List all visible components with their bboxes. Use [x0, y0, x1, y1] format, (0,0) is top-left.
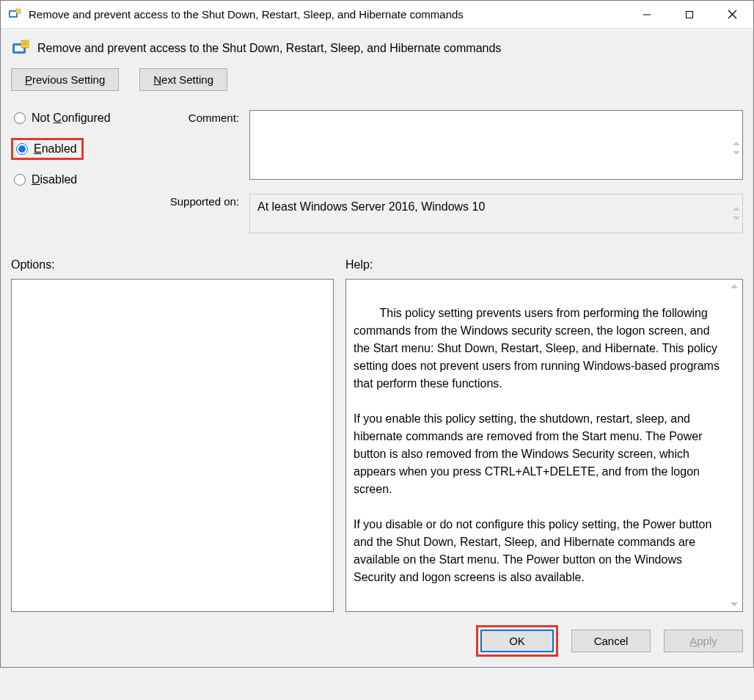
chevron-down-icon: [733, 151, 740, 155]
policy-header: Remove and prevent access to the Shut Do…: [11, 29, 743, 68]
help-text: This policy setting prevents users from …: [354, 307, 722, 583]
state-radio-group: Not Configured Not Configured Enabled En…: [11, 110, 147, 186]
minimize-button[interactable]: [626, 1, 668, 29]
comment-textarea[interactable]: [249, 110, 743, 180]
title-bar: Remove and prevent access to the Shut Do…: [1, 1, 753, 29]
svg-rect-4: [687, 11, 693, 18]
panes: This policy setting prevents users from …: [11, 279, 743, 612]
supported-label: Supported on:: [147, 194, 249, 233]
maximize-button[interactable]: [668, 1, 711, 29]
apply-button[interactable]: Apply Apply: [664, 630, 743, 652]
radio-disabled[interactable]: Disabled Disabled: [11, 173, 147, 186]
chevron-down-icon: [733, 216, 740, 220]
radio-enabled[interactable]: Enabled Enabled: [13, 142, 77, 156]
previous-setting-button[interactable]: PPrevious Settingrevious Setting: [11, 68, 119, 91]
svg-rect-2: [16, 9, 21, 13]
enabled-highlight: Enabled Enabled: [11, 138, 84, 160]
policy-icon: [11, 39, 30, 58]
svg-rect-1: [10, 12, 16, 16]
supported-scroll[interactable]: [733, 207, 740, 220]
options-pane: [11, 279, 334, 612]
close-button[interactable]: [711, 1, 753, 29]
window-title: Remove and prevent access to the Shut Do…: [29, 8, 464, 21]
ok-highlight: OK: [476, 625, 558, 657]
radio-disabled-input[interactable]: [14, 174, 26, 186]
state-area: Not Configured Not Configured Enabled En…: [11, 110, 743, 233]
help-pane: This policy setting prevents users from …: [345, 279, 743, 612]
dialog-footer: OK Cancel Apply Apply: [11, 625, 743, 657]
chevron-down-icon: [731, 602, 738, 607]
policy-title: Remove and prevent access to the Shut Do…: [37, 42, 501, 55]
next-setting-button[interactable]: NNext Settingext Setting: [139, 68, 227, 91]
svg-rect-9: [21, 40, 29, 48]
dialog-window: Remove and prevent access to the Shut Do…: [0, 0, 754, 668]
chevron-up-icon: [731, 284, 738, 288]
help-scrollbar[interactable]: [728, 280, 741, 611]
radio-not-configured-input[interactable]: [14, 112, 26, 124]
dialog-client: Remove and prevent access to the Shut Do…: [1, 29, 753, 667]
section-labels: Options: Help:: [11, 258, 743, 271]
comment-scroll[interactable]: [733, 142, 740, 155]
radio-not-configured[interactable]: Not Configured Not Configured: [11, 112, 147, 125]
chevron-up-icon: [733, 142, 740, 145]
help-label: Help:: [345, 258, 743, 271]
comment-label: Comment:: [147, 110, 249, 186]
nav-buttons: PPrevious Settingrevious Setting NNext S…: [11, 68, 743, 91]
ok-button[interactable]: OK: [480, 630, 554, 652]
radio-enabled-input[interactable]: [16, 143, 28, 155]
supported-on-box: At least Windows Server 2016, Windows 10: [249, 194, 743, 233]
options-label: Options:: [11, 258, 345, 271]
chevron-up-icon: [733, 207, 740, 211]
app-icon: [8, 8, 21, 21]
cancel-button[interactable]: Cancel: [571, 630, 651, 652]
